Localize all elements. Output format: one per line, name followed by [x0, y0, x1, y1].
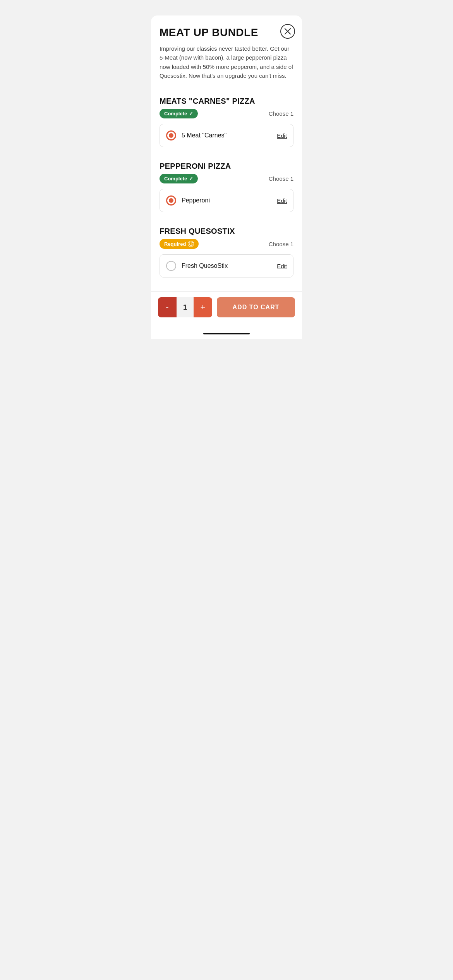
section-title-pepperoni: PEPPERONI PIZZA: [160, 162, 293, 171]
option-card-quesostix[interactable]: Fresh QuesoStix Edit: [160, 254, 293, 278]
check-icon-meats: ✓: [189, 111, 193, 117]
section-meta-meats-carnes: Complete ✓ Choose 1: [160, 109, 293, 118]
section-meta-pepperoni: Complete ✓ Choose 1: [160, 174, 293, 183]
option-card-5meat[interactable]: 5 Meat "Carnes" Edit: [160, 124, 293, 147]
section-title-quesostix: FRESH QUESOSTIX: [160, 227, 293, 236]
option-name-pepperoni: Pepperoni: [182, 197, 210, 204]
edit-link-5meat[interactable]: Edit: [277, 132, 287, 139]
radio-unselected-quesostix: [166, 261, 176, 271]
section-meta-quesostix: Required ⓘ Choose 1: [160, 239, 293, 249]
edit-link-quesostix[interactable]: Edit: [277, 263, 287, 269]
add-to-cart-button[interactable]: ADD TO CART: [217, 297, 295, 317]
complete-badge-pepperoni: Complete ✓: [160, 174, 198, 183]
check-icon-pepperoni: ✓: [189, 176, 193, 182]
radio-selected-5meat: [166, 130, 176, 140]
section-pepperoni: PEPPERONI PIZZA Complete ✓ Choose 1 Pepp…: [151, 153, 302, 212]
modal-header: MEAT UP BUNDLE Improving our classics ne…: [151, 15, 302, 88]
option-left-pepperoni: Pepperoni: [166, 195, 210, 206]
radio-selected-pepperoni: [166, 195, 176, 206]
info-icon-quesostix: ⓘ: [188, 241, 194, 247]
home-bar: [203, 333, 250, 334]
option-name-quesostix: Fresh QuesoStix: [182, 262, 228, 269]
modal-description: Improving our classics never tasted bett…: [160, 44, 293, 80]
quantity-increase-button[interactable]: +: [194, 297, 212, 317]
home-indicator: [151, 328, 302, 339]
choose-label-meats: Choose 1: [269, 110, 293, 117]
quantity-display: 1: [177, 297, 194, 317]
edit-link-pepperoni[interactable]: Edit: [277, 197, 287, 204]
section-title-meats-carnes: MEATS "CARNES" PIZZA: [160, 97, 293, 106]
section-quesostix: FRESH QUESOSTIX Required ⓘ Choose 1 Fres…: [151, 218, 302, 278]
option-left-quesostix: Fresh QuesoStix: [166, 261, 228, 271]
quantity-decrease-button[interactable]: -: [158, 297, 177, 317]
complete-badge-meats: Complete ✓: [160, 109, 198, 118]
required-badge-quesostix: Required ⓘ: [160, 239, 199, 249]
modal-body: MEATS "CARNES" PIZZA Complete ✓ Choose 1…: [151, 88, 302, 291]
option-left-5meat: 5 Meat "Carnes": [166, 130, 226, 140]
quantity-control: - 1 +: [158, 297, 212, 317]
modal-title: MEAT UP BUNDLE: [160, 26, 293, 39]
option-name-5meat: 5 Meat "Carnes": [182, 132, 226, 139]
choose-label-pepperoni: Choose 1: [269, 175, 293, 182]
section-meats-carnes: MEATS "CARNES" PIZZA Complete ✓ Choose 1…: [151, 88, 302, 147]
choose-label-quesostix: Choose 1: [269, 241, 293, 247]
close-button[interactable]: [280, 24, 295, 39]
option-card-pepperoni[interactable]: Pepperoni Edit: [160, 189, 293, 212]
footer-bar: - 1 + ADD TO CART: [151, 291, 302, 328]
